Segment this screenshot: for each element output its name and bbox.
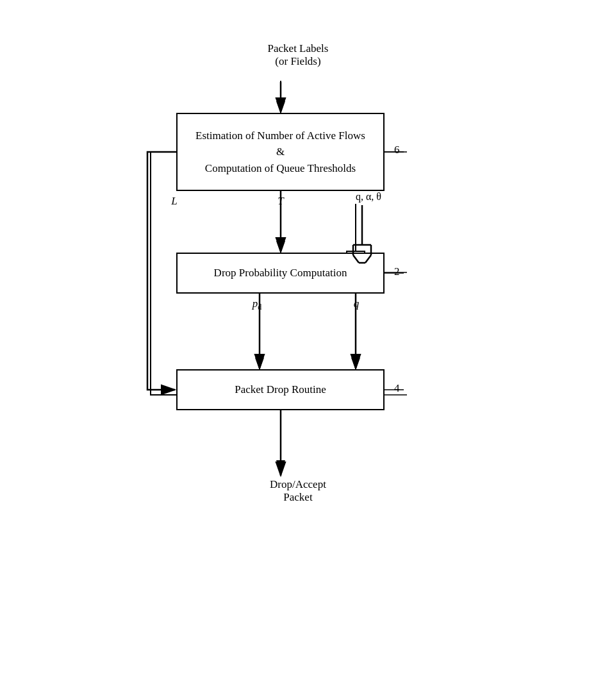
q-alpha-theta-label: q, α, θ [330,191,407,203]
pd-label: pd [244,297,270,312]
t-label: T [271,195,290,208]
l-label: L [165,195,184,208]
box3-number: 4 [394,382,400,395]
q-label-2: q [347,297,366,310]
flowchart-diagram: Packet Labels (or Fields) Estimation of … [119,36,477,664]
packet-drop-box: Packet Drop Routine [176,369,385,410]
box1-number: 6 [394,144,400,156]
estimation-box: Estimation of Number of Active Flows & C… [176,113,385,191]
bottom-label: Drop/Accept Packet [234,478,362,504]
drop-probability-box: Drop Probability Computation [176,253,385,294]
top-label: Packet Labels (or Fields) [234,42,362,68]
box2-number: 2 [394,265,400,278]
